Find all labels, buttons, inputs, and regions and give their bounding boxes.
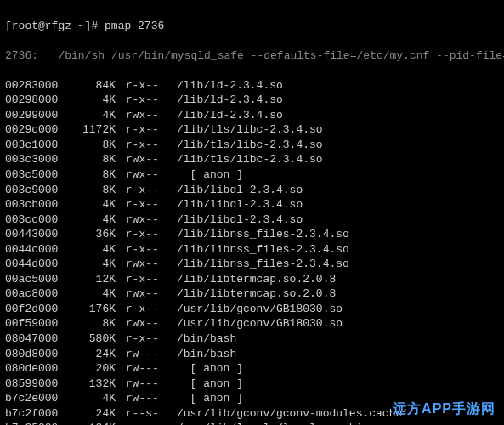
address: 0029c000 xyxy=(5,122,65,138)
address: 003c3000 xyxy=(5,152,65,167)
address: 08047000 xyxy=(5,332,65,347)
size: 36K xyxy=(65,227,116,242)
address: 00283000 xyxy=(5,78,65,94)
size: 8K xyxy=(65,183,116,198)
size: 84K xyxy=(65,78,116,94)
command-text: pmap 2736 xyxy=(105,20,164,32)
shell-prompt: [root@rfgz ~]# xyxy=(5,20,105,32)
permissions: rw--- xyxy=(116,361,170,377)
permissions: rwx-- xyxy=(116,212,170,228)
permissions: r-x-- xyxy=(116,122,170,138)
permissions: r-x-- xyxy=(116,93,170,108)
mapping: [ anon ] xyxy=(170,167,243,183)
address: b7c2f000 xyxy=(5,406,65,422)
address: b7c2e000 xyxy=(5,391,65,406)
size: 1172K xyxy=(65,122,116,138)
mapping: /lib/ld-2.3.4.so xyxy=(170,93,283,108)
memory-map-row: 002990004K rwx--/lib/ld-2.3.4.so xyxy=(5,108,499,123)
memory-map-row: 080de00020K rw--- [ anon ] xyxy=(5,361,499,377)
memory-map-row: 080d800024K rw---/bin/bash xyxy=(5,347,499,362)
mapping: /bin/bash xyxy=(170,332,236,347)
mapping: /lib/libtermcap.so.2.0.8 xyxy=(170,286,336,302)
size: 8K xyxy=(65,167,116,183)
memory-map-row: 003c90008K r-x--/lib/libdl-2.3.4.so xyxy=(5,183,499,198)
size: 24K xyxy=(65,406,116,422)
address: 08599000 xyxy=(5,377,65,392)
mapping: /usr/lib/locale/locale-archive xyxy=(170,421,376,425)
mapping: /lib/tls/libc-2.3.4.so xyxy=(170,138,323,153)
size: 4K xyxy=(65,108,116,123)
permissions: rwx-- xyxy=(116,286,170,302)
mapping: /lib/tls/libc-2.3.4.so xyxy=(170,152,323,167)
size: 4K xyxy=(65,242,116,258)
size: 4K xyxy=(65,197,116,212)
address: 003c9000 xyxy=(5,183,65,198)
permissions: r-x-- xyxy=(116,302,170,317)
address: 00443000 xyxy=(5,227,65,242)
address: b7c35000 xyxy=(5,421,65,425)
prompt-line[interactable]: [root@rfgz ~]# pmap 2736 xyxy=(5,19,499,34)
mapping: /lib/tls/libc-2.3.4.so xyxy=(170,122,323,138)
memory-map-row: 08047000580K r-x--/bin/bash xyxy=(5,332,499,347)
memory-map-row: 0044d0004K rwx--/lib/libnss_files-2.3.4.… xyxy=(5,257,499,272)
size: 20K xyxy=(65,361,116,377)
permissions: r-x-- xyxy=(116,272,170,287)
mapping: /lib/libdl-2.3.4.so xyxy=(170,197,303,212)
memory-map-row: 08599000132K rw--- [ anon ] xyxy=(5,377,499,392)
address: 00299000 xyxy=(5,108,65,123)
size: 132K xyxy=(65,377,116,392)
memory-map-row: 00f2d000176K r-x--/usr/lib/gconv/GB18030… xyxy=(5,302,499,317)
memory-map-row: 002980004K r-x--/lib/ld-2.3.4.so xyxy=(5,93,499,108)
memory-map-row: 003cc0004K rwx--/lib/libdl-2.3.4.so xyxy=(5,212,499,228)
size: 12K xyxy=(65,272,116,287)
memory-map-row: 003c10008K r-x--/lib/tls/libc-2.3.4.so xyxy=(5,138,499,153)
permissions: r-x-- xyxy=(116,332,170,347)
process-header: 2736: /bin/sh /usr/bin/mysqld_safe --def… xyxy=(5,48,499,64)
size: 4K xyxy=(65,93,116,108)
address: 003c1000 xyxy=(5,138,65,153)
mapping: /lib/ld-2.3.4.so xyxy=(170,78,283,94)
permissions: r-x-- xyxy=(116,197,170,212)
memory-map-row: b7c35000184K r----/usr/lib/locale/locale… xyxy=(5,421,499,425)
address: 003cb000 xyxy=(5,197,65,212)
process-cmdline: /bin/sh /usr/bin/mysqld_safe --defaults-… xyxy=(38,49,504,62)
permissions: rwx-- xyxy=(116,108,170,123)
address: 080d8000 xyxy=(5,347,65,362)
permissions: rwx-- xyxy=(116,257,170,272)
size: 184K xyxy=(65,421,116,425)
watermark-text: 远方APP手游网 xyxy=(393,400,496,418)
address: 00ac8000 xyxy=(5,286,65,302)
address: 003cc000 xyxy=(5,212,65,228)
mapping: [ anon ] xyxy=(170,361,243,377)
permissions: r-x-- xyxy=(116,242,170,258)
memory-map-row: 003c30008K rwx--/lib/tls/libc-2.3.4.so xyxy=(5,152,499,167)
memory-map-row: 00ac80004K rwx--/lib/libtermcap.so.2.0.8 xyxy=(5,286,499,302)
size: 4K xyxy=(65,257,116,272)
size: 4K xyxy=(65,286,116,302)
mapping: /usr/lib/gconv/GB18030.so xyxy=(170,316,343,332)
memory-map-row: 003c50008K rwx-- [ anon ] xyxy=(5,167,499,183)
address: 00ac5000 xyxy=(5,272,65,287)
memory-map-row: 0044c0004K r-x--/lib/libnss_files-2.3.4.… xyxy=(5,242,499,258)
address: 080de000 xyxy=(5,361,65,377)
permissions: rwx-- xyxy=(116,152,170,167)
memory-map-rows: 0028300084K r-x--/lib/ld-2.3.4.so0029800… xyxy=(5,78,499,425)
mapping: /usr/lib/gconv/gconv-modules.cache xyxy=(170,406,402,422)
size: 176K xyxy=(65,302,116,317)
permissions: rwx-- xyxy=(116,316,170,332)
permissions: r---- xyxy=(116,421,170,425)
mapping: /lib/libtermcap.so.2.0.8 xyxy=(170,272,336,287)
permissions: rw--- xyxy=(116,391,170,406)
address: 00f59000 xyxy=(5,316,65,332)
memory-map-row: 0044300036K r-x--/lib/libnss_files-2.3.4… xyxy=(5,227,499,242)
mapping: /lib/libdl-2.3.4.so xyxy=(170,183,303,198)
address: 003c5000 xyxy=(5,167,65,183)
permissions: r-x-- xyxy=(116,138,170,153)
size: 8K xyxy=(65,138,116,153)
memory-map-row: 0029c0001172K r-x--/lib/tls/libc-2.3.4.s… xyxy=(5,122,499,138)
mapping: /lib/ld-2.3.4.so xyxy=(170,108,283,123)
address: 0044d000 xyxy=(5,257,65,272)
mapping: /bin/bash xyxy=(170,347,236,362)
size: 580K xyxy=(65,332,116,347)
mapping: /lib/libdl-2.3.4.so xyxy=(170,212,303,228)
